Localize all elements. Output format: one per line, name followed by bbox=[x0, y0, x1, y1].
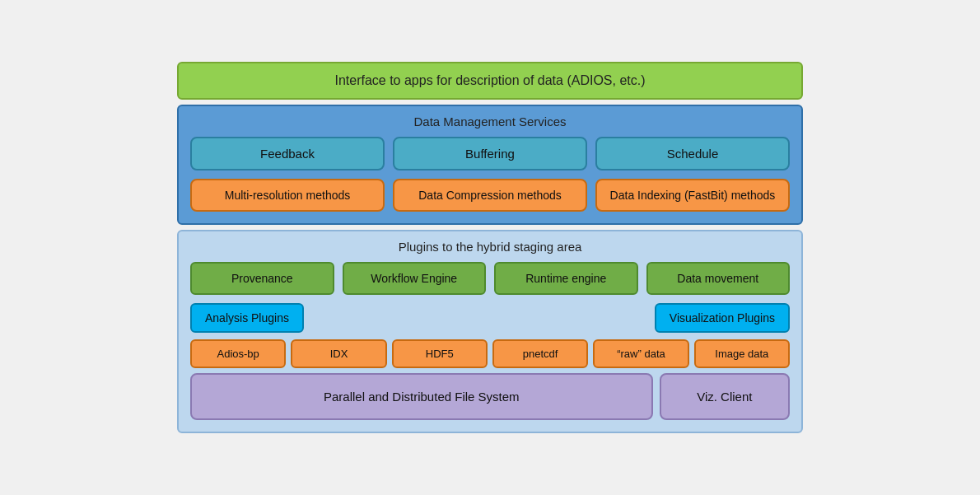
compression-button: Data Compression methods bbox=[393, 179, 587, 212]
buffering-button: Buffering bbox=[393, 137, 587, 170]
pnetcdf-button: pnetcdf bbox=[492, 339, 588, 368]
plugins-section: Plugins to the hybrid staging area Prove… bbox=[177, 230, 803, 433]
workflow-engine-button: Workflow Engine bbox=[343, 262, 487, 295]
data-mgmt-section: Data Management Services Feedback Buffer… bbox=[177, 105, 803, 225]
provenance-button: Provenance bbox=[190, 262, 334, 295]
image-data-button: Image data bbox=[694, 339, 790, 368]
architecture-diagram: Interface to apps for description of dat… bbox=[177, 62, 803, 433]
data-mgmt-title: Data Management Services bbox=[190, 114, 790, 128]
bottom-area: Parallel and Distributed File System Viz… bbox=[190, 373, 790, 420]
green-plugins-row: Provenance Workflow Engine Runtime engin… bbox=[190, 262, 790, 295]
parallel-fs-label: Parallel and Distributed File System bbox=[190, 373, 653, 420]
data-movement-button: Data movement bbox=[646, 262, 791, 295]
viz-plugins-button: Visualization Plugins bbox=[655, 303, 790, 333]
storage-format-row: Adios-bp IDX HDF5 pnetcdf “raw” data Ima… bbox=[190, 339, 790, 368]
analysis-plugins-button: Analysis Plugins bbox=[190, 303, 304, 333]
idx-button: IDX bbox=[291, 339, 386, 368]
hdf5-button: HDF5 bbox=[392, 339, 488, 368]
indexing-button: Data Indexing (FastBit) methods bbox=[595, 179, 790, 212]
multiresolution-button: Multi-resolution methods bbox=[190, 179, 385, 212]
adios-bp-button: Adios-bp bbox=[190, 339, 286, 368]
plugins-title: Plugins to the hybrid staging area bbox=[190, 240, 790, 254]
viz-client-label: Viz. Client bbox=[660, 373, 790, 420]
analysis-viz-row: Analysis Plugins Visualization Plugins bbox=[190, 303, 790, 333]
data-mgmt-row2: Multi-resolution methods Data Compressio… bbox=[190, 179, 790, 212]
raw-data-button: “raw” data bbox=[593, 339, 688, 368]
top-bar-label: Interface to apps for description of dat… bbox=[334, 73, 645, 87]
feedback-button: Feedback bbox=[190, 137, 385, 170]
data-mgmt-row1: Feedback Buffering Schedule bbox=[190, 137, 790, 170]
top-interface-bar: Interface to apps for description of dat… bbox=[177, 62, 803, 100]
schedule-button: Schedule bbox=[595, 137, 790, 170]
runtime-engine-button: Runtime engine bbox=[494, 262, 638, 295]
